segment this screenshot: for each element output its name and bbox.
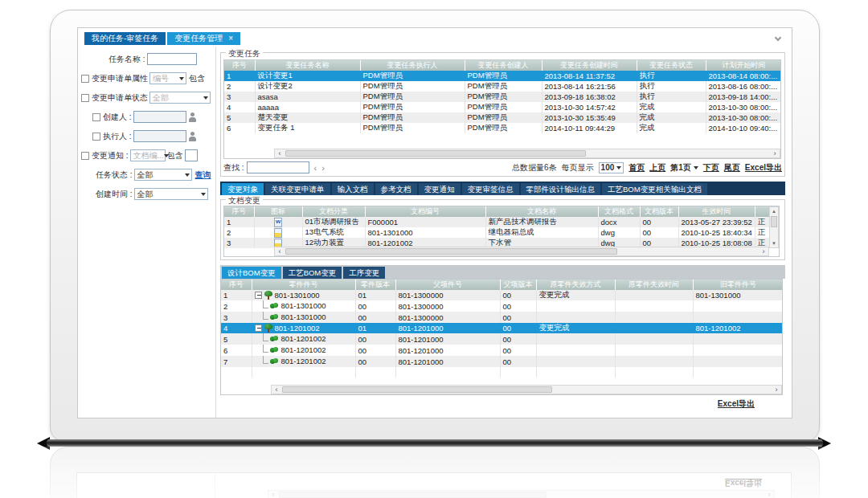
filter-create-time: 创建时间 : 全部 (81, 188, 214, 200)
detail-tab-4[interactable]: 参考文档 (375, 183, 417, 195)
task-row[interactable]: 2设计变更2PDM管理员PDM管理员2013-08-14 16:21:56执行2… (224, 81, 781, 92)
scrollbar-thumb[interactable] (285, 248, 617, 255)
task-row[interactable]: 1设计变更1PDM管理员PDM管理员2013-08-14 11:37:52执行2… (224, 71, 781, 81)
tree-node-icon (270, 358, 279, 365)
request-status-select[interactable]: 全部 (149, 92, 211, 104)
filter-task-status: 任务状态 : 全部 查询 (81, 169, 214, 181)
detail-tab-3[interactable]: 输入文档 (332, 183, 374, 195)
tree-connector (263, 345, 268, 353)
column-header: 文档编号 (365, 206, 485, 217)
excel-export-link-bottom[interactable]: Excel导出 (718, 399, 755, 408)
column-header: 计划开始时间 (706, 60, 781, 71)
bom-h-scrollbar[interactable]: ‹ › (271, 385, 782, 394)
cell (536, 333, 615, 345)
doc-h-scrollbar[interactable]: ‹ › (274, 247, 769, 256)
bom-tab-2[interactable]: 工艺BOM变更 (283, 267, 342, 279)
bom-row[interactable]: 7801-120100200801-120100000 (221, 356, 783, 367)
bom-row[interactable]: 4801-120100201801-120100000变更完成801-12010… (221, 323, 783, 333)
creator-checkbox[interactable] (92, 113, 100, 121)
task-name-input[interactable] (147, 53, 197, 65)
tab-my-tasks-label: 我的任务-审签任务 (92, 34, 158, 43)
cell: 801-1201002 (252, 356, 355, 367)
request-attr-checkbox[interactable] (81, 75, 89, 83)
doc-v-scrollbar[interactable]: ▲ ▼ (769, 206, 779, 248)
detail-tab-7[interactable]: 零部件设计输出信息 (521, 183, 601, 195)
chevron-down-icon[interactable] (776, 36, 782, 43)
scroll-left-icon[interactable]: ‹ (275, 247, 285, 255)
scroll-down-icon[interactable]: ▼ (772, 239, 776, 247)
tab-my-tasks[interactable]: 我的任务-审签任务 (84, 32, 166, 45)
bom-tab-3[interactable]: 工序变更 (343, 267, 385, 279)
excel-export-link[interactable]: Excel导出 (745, 162, 782, 173)
scroll-right-icon[interactable]: › (759, 247, 768, 255)
cell: 设计变更2 (255, 81, 360, 92)
scrollbar-thumb[interactable] (771, 216, 777, 227)
next-page-link[interactable]: 下页 (703, 162, 719, 173)
task-row[interactable]: 3asasaPDM管理员PDM管理员2013-09-18 16:38:02执行2… (224, 92, 781, 102)
column-header: 变更任务执行人 (360, 60, 465, 71)
expand-minus-icon[interactable] (255, 325, 262, 332)
bom-row[interactable]: 6801-120100200801-120100000 (221, 345, 783, 356)
creator-input[interactable] (133, 111, 186, 123)
detail-tab-6[interactable]: 变更审签信息 (462, 183, 519, 195)
search-prev-icon[interactable]: ‹ (314, 163, 317, 173)
scrollbar-track[interactable] (285, 149, 770, 157)
task-row[interactable]: 4aaaaaPDM管理员PDM管理员2013-10-30 14:57:42完成2… (224, 102, 781, 112)
tab-change-task-mgmt-label: 变更任务管理 (174, 34, 223, 43)
bom-row[interactable]: 3801-130100000801-130000000 (221, 312, 783, 323)
task-row[interactable]: 6变更任务 1PDM管理员PDM管理员2014-10-11 09:44:29完成… (224, 123, 781, 133)
last-page-link[interactable]: 尾页 (724, 162, 740, 173)
detail-tab-2[interactable]: 关联变更申请单 (265, 183, 330, 195)
notice-input[interactable] (185, 149, 198, 161)
scroll-left-icon[interactable]: ‹ (275, 149, 285, 157)
scroll-left-icon[interactable]: ‹ (272, 386, 281, 394)
current-page-select[interactable]: 第1页 (670, 162, 698, 173)
detail-tab-8[interactable]: 工艺BOM变更相关输出文档 (602, 183, 707, 195)
column-header: 变更任务创建人 (465, 60, 542, 71)
task-row[interactable]: 5楚天变更PDM管理员PDM管理员2013-10-30 15:35:49完成20… (224, 112, 781, 123)
task-h-scrollbar[interactable]: ‹ › (274, 149, 780, 158)
reflection-excel-link: Excel导出 (725, 477, 762, 488)
scroll-right-icon[interactable]: › (770, 149, 780, 157)
detail-tab-5[interactable]: 变更通知 (419, 183, 461, 195)
close-icon[interactable]: × (228, 34, 233, 43)
prev-page-link[interactable]: 上页 (649, 162, 665, 173)
notice-checkbox[interactable] (81, 152, 89, 160)
executor-checkbox[interactable] (92, 133, 100, 141)
query-link[interactable]: 查询 (195, 169, 211, 181)
bom-row[interactable]: 5801-120100200801-120100000 (221, 333, 783, 345)
dropdown-arrow-icon (203, 96, 208, 100)
scrollbar-track[interactable] (281, 386, 772, 394)
bom-row[interactable]: 1801-130100001801-130000000变更完成801-13010… (221, 290, 783, 300)
per-page-select[interactable]: 100 (599, 162, 624, 173)
request-attr-select[interactable]: 编号 (149, 72, 186, 84)
search-input[interactable] (247, 161, 309, 173)
cell: 801-1201002 (252, 345, 355, 356)
bom-row[interactable]: 2801-130100000801-130000000 (221, 300, 783, 312)
first-page-link[interactable]: 首页 (628, 162, 645, 173)
detail-tab-1[interactable]: 变更对象 (222, 183, 264, 195)
create-time-select[interactable]: 全部 (134, 188, 208, 200)
expand-minus-icon[interactable] (255, 292, 262, 299)
cell: 00 (500, 300, 536, 312)
executor-input[interactable] (133, 130, 186, 142)
task-status-select[interactable]: 全部 (134, 169, 192, 181)
column-header: 文档名称 (485, 206, 598, 217)
doc-row[interactable]: 213电气系统801-1301000继电器箱总成dwg002010-10-25 … (224, 227, 771, 238)
scrollbar-thumb[interactable] (282, 386, 552, 393)
scroll-right-icon[interactable]: › (772, 386, 781, 394)
cell: 正 (755, 227, 771, 238)
search-next-icon[interactable]: › (321, 163, 325, 173)
scrollbar-track[interactable] (770, 215, 778, 239)
notice-select[interactable]: 文档编... (130, 149, 166, 161)
filter-task-name: 任务名称 : (81, 53, 214, 65)
tab-change-task-mgmt[interactable]: 变更任务管理× (167, 32, 240, 45)
user-picker-icon[interactable] (188, 112, 197, 122)
request-status-checkbox[interactable] (81, 94, 89, 102)
scrollbar-thumb[interactable] (285, 150, 586, 157)
user-picker-icon[interactable] (188, 132, 197, 141)
doc-row[interactable]: 101市场调研报告F000001新产品技术调研报告docx002013-05-2… (224, 217, 771, 227)
scrollbar-track[interactable] (285, 247, 759, 255)
scroll-up-icon[interactable]: ▲ (772, 207, 776, 215)
bom-tab-1[interactable]: 设计BOM变更 (222, 267, 281, 279)
